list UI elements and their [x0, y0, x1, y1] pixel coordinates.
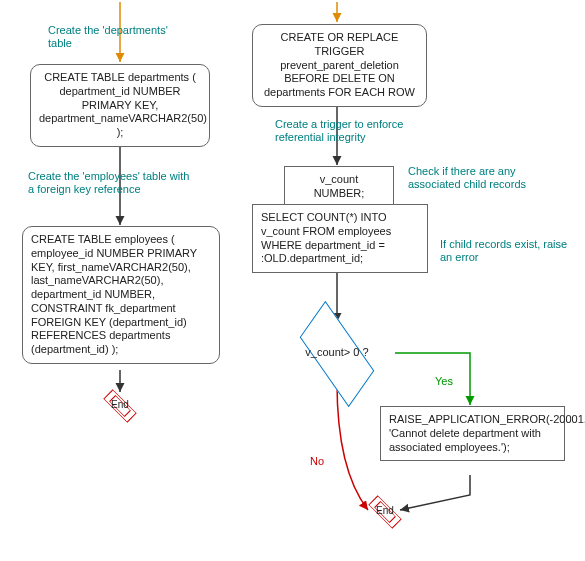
terminator-left-end-label: End	[103, 399, 137, 410]
node-create-employees: CREATE TABLE employees ( employee_id NUM…	[22, 226, 220, 364]
annotation-create-employees: Create the 'employees' table with a fore…	[28, 170, 198, 196]
node-select-count: SELECT COUNT(*) INTO v_count FROM employ…	[252, 204, 428, 273]
node-create-departments: CREATE TABLE departments ( department_id…	[30, 64, 210, 147]
terminator-right-end-label: End	[368, 505, 402, 516]
annotation-trigger-purpose: Create a trigger to enforce referential …	[275, 118, 435, 144]
node-trigger-header: CREATE OR REPLACE TRIGGER prevent_parent…	[252, 24, 427, 107]
decision-vcount: v_count> 0 ?	[277, 324, 397, 384]
node-vcount-declare: v_count NUMBER;	[284, 166, 394, 208]
annotation-create-departments: Create the 'departments' table	[48, 24, 188, 50]
annotation-raise-error: If child records exist, raise an error	[440, 238, 570, 264]
node-raise-application-error: RAISE_APPLICATION_ERROR(-20001, 'Cannot …	[380, 406, 565, 461]
terminator-left-end: End	[103, 394, 137, 418]
annotation-check-child: Check if there are any associated child …	[408, 165, 558, 191]
edge-label-no: No	[310, 455, 324, 467]
edge-label-yes: Yes	[435, 375, 453, 387]
terminator-right-end: End	[368, 500, 402, 524]
decision-vcount-label: v_count> 0 ?	[277, 346, 397, 358]
